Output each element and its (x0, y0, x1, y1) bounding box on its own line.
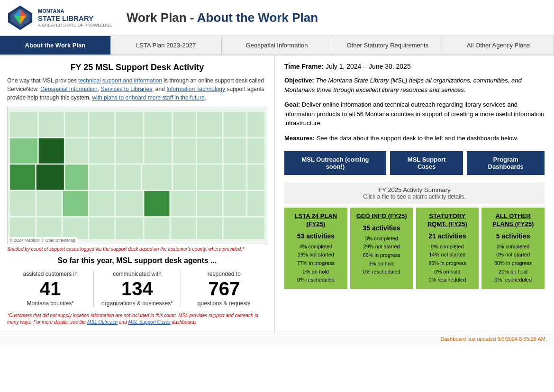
svg-rect-27 (10, 164, 36, 190)
svg-rect-23 (173, 138, 196, 164)
svg-rect-52 (144, 217, 170, 239)
svg-rect-40 (89, 191, 115, 217)
tile-other-count: 5 activities (485, 232, 541, 240)
tile-other-stats: 0% completed 0% not started 80% in progr… (485, 243, 541, 284)
svg-rect-25 (223, 138, 246, 164)
svg-rect-55 (223, 217, 264, 239)
svg-rect-10 (89, 112, 115, 137)
svg-rect-36 (247, 164, 264, 190)
tile-geo-stats: 3% completed 29% not started 66% in prog… (354, 235, 409, 276)
msl-outreach-button[interactable]: MSL Outreach (coming soon!) (284, 151, 386, 175)
svg-rect-14 (197, 112, 223, 137)
svg-rect-24 (197, 138, 223, 164)
logo-tagline: A GREATER STATE OF KNOWLEDGE (38, 23, 112, 28)
svg-rect-39 (63, 191, 88, 217)
svg-rect-22 (144, 138, 172, 164)
map-note: Shaded by count of support cases logged … (7, 246, 267, 252)
svg-rect-53 (171, 217, 196, 239)
footnote: *Customers that did not supply location … (7, 312, 267, 326)
map-container: © 2024 Mapbox © OpenStreetMap (7, 107, 267, 244)
logo-state-library: STATE LIBRARY (38, 14, 112, 23)
page-title: Work Plan - About the Work Plan (127, 10, 318, 25)
tile-geo-title: GEO INFO (FY25) (354, 212, 409, 220)
stat-orgs-label-top: communicated with (94, 271, 180, 277)
timeframe-value: July 1, 2024 – June 30, 2025 (326, 63, 411, 70)
objective-text: The Montana State Library (MSL) helps al… (284, 77, 522, 93)
tab-geospatial[interactable]: Geospatial Information (222, 36, 333, 55)
map-credit: © 2024 Mapbox © OpenStreetMap (8, 237, 77, 244)
svg-rect-28 (36, 164, 64, 190)
activity-tiles: LSTA 24 PLAN (FY25) 53 activities 4% com… (284, 208, 545, 289)
svg-rect-29 (65, 164, 88, 190)
svg-rect-43 (171, 191, 196, 217)
left-panel: FY 25 MSL Support Desk Activity One way … (0, 55, 275, 333)
svg-rect-18 (38, 138, 64, 164)
program-dashboards-button[interactable]: Program Dashboards (467, 151, 545, 175)
svg-rect-17 (10, 138, 38, 164)
svg-rect-11 (116, 112, 144, 137)
tab-lsta-plan[interactable]: LSTA Plan 2023-2027 (111, 36, 222, 55)
goal-label: Goal: (284, 101, 300, 108)
timeframe-label: Time Frame: (284, 63, 324, 70)
svg-rect-37 (10, 191, 36, 217)
msl-support-cases-button[interactable]: MSL Support Cases (390, 151, 463, 175)
logo-montana: MONTANA (38, 8, 112, 14)
measures-label: Measures: (284, 135, 315, 142)
stat-orgs-number: 134 (94, 279, 180, 298)
svg-rect-46 (247, 191, 264, 217)
logo-text: MONTANA STATE LIBRARY A GREATER STATE OF… (38, 8, 112, 28)
intro-text: One way that MSL provides technical supp… (7, 76, 267, 102)
tile-other-plans[interactable]: ALL OTHER PLANS (FY25) 5 activities 0% c… (481, 208, 545, 289)
svg-rect-47 (10, 217, 36, 239)
tab-agency-plans[interactable]: All Other Agency Plans (443, 36, 554, 55)
svg-rect-31 (116, 164, 141, 190)
svg-rect-34 (197, 164, 223, 190)
tile-lsta-stats: 4% completed 19% not started 77% in prog… (288, 243, 344, 284)
tab-about-work-plan[interactable]: About the Work Plan (0, 36, 111, 55)
stat-orgs: communicated with 134 organizations & bu… (94, 271, 180, 307)
objective-label: Objective: (284, 77, 314, 84)
tile-statutory-count: 21 activities (420, 232, 475, 240)
measures: Measures: See the data about the support… (284, 134, 545, 143)
svg-rect-7 (10, 112, 38, 137)
svg-rect-44 (197, 191, 223, 217)
footer-text: Dashboard last updated 9/6/2024 8:55:26 … (441, 336, 547, 342)
svg-rect-54 (197, 217, 223, 239)
svg-rect-30 (89, 164, 115, 190)
stat-requests-label-top: responded to (181, 271, 267, 277)
svg-rect-35 (223, 164, 246, 190)
section-title: FY 25 MSL Support Desk Activity (7, 63, 267, 73)
svg-rect-32 (142, 164, 172, 190)
stat-requests-number: 767 (181, 279, 267, 298)
svg-rect-12 (144, 112, 172, 137)
timeframe: Time Frame: July 1, 2024 – June 30, 2025 (284, 63, 545, 70)
dashboard-footer: Dashboard last updated 9/6/2024 8:55:26 … (0, 333, 554, 345)
tile-lsta-count: 53 activities (288, 232, 344, 240)
svg-rect-20 (89, 138, 115, 164)
stat-counties-label-bottom: Montana counties* (7, 300, 93, 307)
header: MONTANA STATE LIBRARY A GREATER STATE OF… (0, 0, 554, 36)
svg-rect-45 (223, 191, 246, 217)
svg-rect-38 (36, 191, 62, 217)
tab-statutory[interactable]: Other Statutory Requirements (332, 36, 443, 55)
objective: Objective: The Montana State Library (MS… (284, 76, 545, 94)
stat-orgs-label-bottom: organizations & businesses* (94, 300, 180, 307)
stat-counties-label-top: assisted customers in (7, 271, 93, 277)
tile-statutory-title: STATUTORY RQMT. (FY25) (420, 212, 475, 228)
activity-summary-header: FY 2025 Activity Summary Click a tile to… (284, 182, 545, 204)
tile-lsta-title: LSTA 24 PLAN (FY25) (288, 212, 344, 228)
right-panel: Time Frame: July 1, 2024 – June 30, 2025… (275, 55, 554, 333)
measures-text: See the data about the support desk to t… (317, 135, 518, 142)
tile-geo[interactable]: GEO INFO (FY25) 35 activities 3% complet… (350, 208, 413, 289)
logo-icon (7, 5, 33, 31)
stat-requests: responded to 767 questions & requests (181, 271, 267, 307)
action-buttons: MSL Outreach (coming soon!) MSL Support … (284, 151, 545, 175)
activity-summary-title: FY 2025 Activity Summary (288, 186, 541, 193)
tile-statutory[interactable]: STATUTORY RQMT. (FY25) 21 activities 0% … (416, 208, 479, 289)
svg-rect-50 (89, 217, 115, 239)
svg-rect-26 (247, 138, 264, 164)
svg-rect-41 (116, 191, 144, 217)
svg-rect-33 (173, 164, 196, 190)
tile-lsta[interactable]: LSTA 24 PLAN (FY25) 53 activities 4% com… (284, 208, 347, 289)
svg-rect-8 (38, 112, 64, 137)
